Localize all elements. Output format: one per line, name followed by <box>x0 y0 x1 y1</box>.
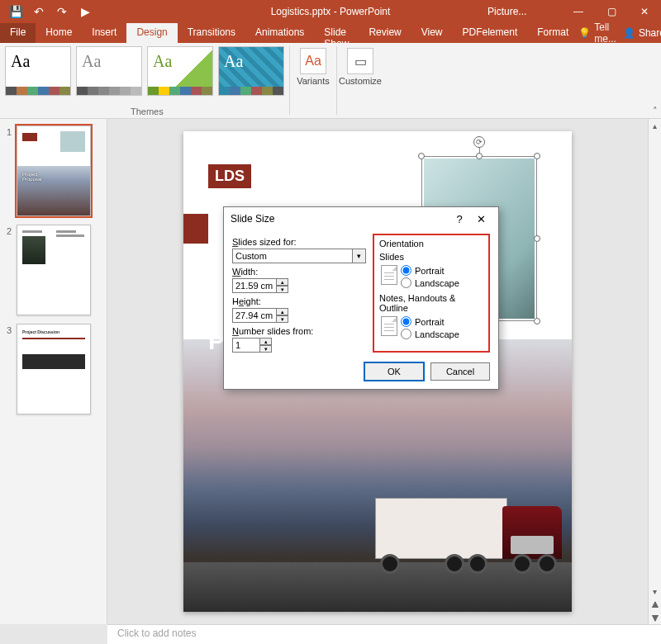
title-bar: 💾 ↶ ↷ ▶ Logistics.pptx - PowerPoint Pict… <box>0 0 661 23</box>
scroll-down-icon[interactable]: ▾ <box>649 585 661 598</box>
tab-pdfelement[interactable]: PDFelement <box>453 23 528 43</box>
share-label: Share <box>639 27 661 39</box>
thumbnail-row[interactable]: 2 <box>7 225 107 315</box>
theme-aa-label: Aa <box>77 47 141 76</box>
thumbnail-number: 1 <box>7 125 17 216</box>
ribbon-tabs: File Home Insert Design Transitions Anim… <box>0 23 661 43</box>
redo-button[interactable]: ↷ <box>51 2 73 21</box>
dialog-close-button[interactable]: ✕ <box>470 213 492 225</box>
ok-button[interactable]: OK <box>364 362 424 381</box>
spin-down-icon[interactable]: ▾ <box>260 345 272 353</box>
slide-thumbnail-pane[interactable]: 1 ProjectProposal 2 3 <box>0 119 107 624</box>
tab-animations[interactable]: Animations <box>245 23 314 43</box>
share-button[interactable]: 👤 Share <box>623 27 661 39</box>
dialog-orientation-column: Orientation Slides Portrait Landscape No… <box>373 234 490 353</box>
notes-landscape-radio[interactable]: Landscape <box>401 329 483 339</box>
theme-aa-label: Aa <box>219 47 283 76</box>
spin-down-icon[interactable]: ▾ <box>277 315 288 323</box>
lightbulb-icon: 💡 <box>578 27 591 39</box>
document-title: Logistics.pptx - PowerPoint <box>271 6 391 17</box>
tab-design[interactable]: Design <box>126 23 177 43</box>
number-from-spinner[interactable]: ▴▾ <box>232 338 273 353</box>
notes-pane[interactable]: Click to add notes <box>107 624 661 644</box>
quick-access-toolbar: 💾 ↶ ↷ ▶ <box>0 0 101 23</box>
cancel-button[interactable]: Cancel <box>430 362 490 381</box>
slides-orientation-label: Slides <box>379 252 483 262</box>
scroll-up-icon[interactable]: ▴ <box>649 119 661 132</box>
number-from-input[interactable] <box>232 338 260 353</box>
slide-thumbnail-1[interactable]: ProjectProposal <box>17 125 91 216</box>
ribbon-design: Aa Aa Aa Aa Themes Aa Variants ▭ Customi… <box>0 43 661 119</box>
prev-slide-icon[interactable]: ⯅ <box>649 598 661 611</box>
vertical-scrollbar[interactable]: ▴ ▾ ⯅ ⯆ <box>648 119 661 624</box>
thumbnail-number: 3 <box>7 324 17 414</box>
sized-for-combo[interactable]: ▾ <box>232 249 366 263</box>
theme-thumb-1[interactable]: Aa <box>5 46 71 96</box>
dropdown-icon[interactable]: ▾ <box>353 249 366 263</box>
start-slideshow-button[interactable]: ▶ <box>74 2 96 21</box>
tell-me-label: Tell me... <box>594 21 616 45</box>
tab-file[interactable]: File <box>0 23 36 43</box>
resize-handle[interactable] <box>534 153 540 159</box>
theme-thumb-2[interactable]: Aa <box>76 46 142 96</box>
spin-down-icon[interactable]: ▾ <box>277 286 288 293</box>
theme-thumb-3[interactable]: Aa <box>147 46 213 96</box>
page-portrait-icon <box>381 316 397 336</box>
collapse-ribbon-button[interactable]: ˄ <box>653 106 658 116</box>
undo-button[interactable]: ↶ <box>28 2 50 21</box>
notes-portrait-radio[interactable]: Portrait <box>401 316 483 327</box>
theme-thumb-4[interactable]: Aa <box>218 46 284 96</box>
tab-view[interactable]: View <box>411 23 453 43</box>
resize-handle[interactable] <box>534 318 540 324</box>
logo-badge: LDS <box>208 164 251 188</box>
slide-thumbnail-3[interactable]: Project Discussion <box>17 324 91 414</box>
variants-button[interactable]: Aa Variants <box>290 43 336 118</box>
sized-for-input[interactable] <box>232 249 353 263</box>
notes-orientation-label: Notes, Handouts & Outline <box>379 293 483 313</box>
tell-me-search[interactable]: 💡 Tell me... <box>578 21 616 45</box>
height-label: Height: <box>232 296 366 306</box>
tab-review[interactable]: Review <box>359 23 411 43</box>
orientation-heading: Orientation <box>379 239 483 249</box>
spin-up-icon[interactable]: ▴ <box>277 278 288 286</box>
width-spinner[interactable]: ▴▾ <box>232 278 290 293</box>
tab-home[interactable]: Home <box>36 23 82 43</box>
resize-handle[interactable] <box>476 153 483 159</box>
dialog-help-button[interactable]: ? <box>449 213 470 225</box>
slide-thumbnail-2[interactable] <box>17 225 91 315</box>
spin-up-icon[interactable]: ▴ <box>260 338 272 345</box>
slides-portrait-radio[interactable]: Portrait <box>401 265 483 276</box>
save-button[interactable]: 💾 <box>5 2 26 21</box>
tab-insert[interactable]: Insert <box>82 23 126 43</box>
contextual-tab-label: Picture... <box>487 6 526 17</box>
resize-handle[interactable] <box>534 235 540 242</box>
thumbnail-row[interactable]: 1 ProjectProposal <box>7 125 107 216</box>
thumbnail-row[interactable]: 3 Project Discussion <box>7 324 107 414</box>
maximize-button[interactable]: ▢ <box>595 0 628 23</box>
theme-aa-label: Aa <box>6 47 70 76</box>
tab-transitions[interactable]: Transitions <box>178 23 245 43</box>
height-input[interactable] <box>232 308 277 323</box>
customize-button[interactable]: ▭ Customize <box>337 43 383 118</box>
slides-landscape-radio[interactable]: Landscape <box>401 277 483 288</box>
height-spinner[interactable]: ▴▾ <box>232 308 290 323</box>
theme-aa-label: Aa <box>148 47 212 76</box>
page-portrait-icon <box>381 265 397 285</box>
variants-label: Variants <box>290 76 336 86</box>
themes-group-label: Themes <box>131 107 164 116</box>
resize-handle[interactable] <box>418 153 425 159</box>
thumbnail-number: 2 <box>7 225 17 315</box>
close-window-button[interactable]: ✕ <box>628 0 661 23</box>
rotate-handle-icon[interactable]: ⟳ <box>473 136 485 148</box>
red-accent-shape <box>183 214 208 244</box>
sized-for-label: Slides sized for: <box>232 237 366 247</box>
tab-format[interactable]: Format <box>527 23 578 43</box>
minimize-button[interactable]: — <box>562 0 595 23</box>
spin-up-icon[interactable]: ▴ <box>277 308 288 315</box>
dialog-titlebar[interactable]: Slide Size ? ✕ <box>224 207 498 230</box>
width-input[interactable] <box>232 278 277 293</box>
tab-slideshow[interactable]: Slide Show <box>314 23 359 43</box>
next-slide-icon[interactable]: ⯆ <box>649 611 661 624</box>
person-icon: 👤 <box>623 27 635 39</box>
theme-swatch-row <box>77 87 141 95</box>
